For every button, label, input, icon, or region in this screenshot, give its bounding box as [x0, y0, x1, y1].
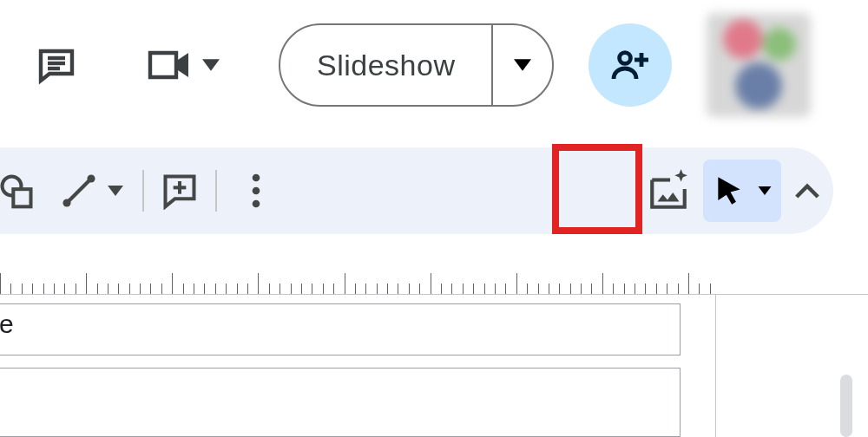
collapse-toolbar-button[interactable]	[781, 147, 833, 234]
meet-group	[143, 23, 227, 107]
vertical-scrollbar-thumb[interactable]	[840, 375, 852, 437]
shape-button[interactable]	[0, 147, 38, 234]
slideshow-label: Slideshow	[317, 49, 455, 82]
line-button[interactable]	[57, 147, 101, 234]
ruler-ticks	[0, 260, 720, 294]
slide-right-edge	[715, 295, 716, 437]
slideshow-button[interactable]: Slideshow	[280, 25, 491, 105]
slideshow-dropdown-button[interactable]	[491, 25, 552, 105]
meet-dropdown-button[interactable]	[195, 23, 227, 107]
add-comment-icon	[161, 172, 199, 210]
horizontal-ruler[interactable]	[0, 260, 868, 295]
pointer-tool-group	[703, 160, 781, 222]
toolbar-separator	[215, 170, 217, 212]
chevron-up-icon	[795, 183, 819, 199]
svg-point-10	[87, 174, 95, 182]
more-vertical-icon	[252, 173, 260, 208]
caret-down-icon	[202, 59, 220, 71]
caret-down-icon	[758, 186, 772, 195]
secondary-toolbar	[0, 147, 833, 234]
comments-icon	[36, 44, 77, 86]
pointer-button[interactable]	[707, 174, 752, 207]
svg-point-13	[253, 174, 260, 182]
line-dropdown-button[interactable]	[101, 147, 130, 234]
pointer-dropdown-button[interactable]	[752, 186, 778, 195]
svg-rect-7	[13, 189, 30, 206]
more-button[interactable]	[234, 147, 278, 234]
generate-image-ai-icon	[647, 169, 690, 212]
toolbar-separator	[142, 170, 144, 212]
shape-icon	[0, 172, 36, 210]
title-actions-row: Slideshow	[0, 0, 868, 130]
canvas-area[interactable]: e	[0, 295, 868, 437]
svg-line-9	[69, 180, 90, 202]
meet-button[interactable]	[143, 23, 195, 107]
add-comment-button[interactable]	[156, 147, 203, 234]
caret-down-icon	[108, 186, 123, 196]
share-person-add-icon	[609, 44, 651, 86]
slideshow-split-button: Slideshow	[279, 23, 554, 107]
share-button[interactable]	[589, 23, 672, 107]
slide-text-box[interactable]: e	[0, 303, 681, 355]
caret-down-icon	[514, 59, 531, 71]
meet-video-icon	[147, 48, 192, 82]
line-icon	[61, 173, 97, 209]
svg-point-3	[620, 53, 631, 64]
account-avatar[interactable]	[707, 13, 811, 117]
generate-image-button[interactable]	[634, 147, 703, 234]
svg-point-14	[253, 187, 260, 195]
slide-text-box[interactable]	[0, 368, 681, 437]
svg-point-15	[253, 200, 260, 208]
slide-text-fragment: e	[0, 310, 14, 339]
comments-button[interactable]	[17, 23, 95, 107]
pointer-cursor-icon	[713, 174, 746, 207]
